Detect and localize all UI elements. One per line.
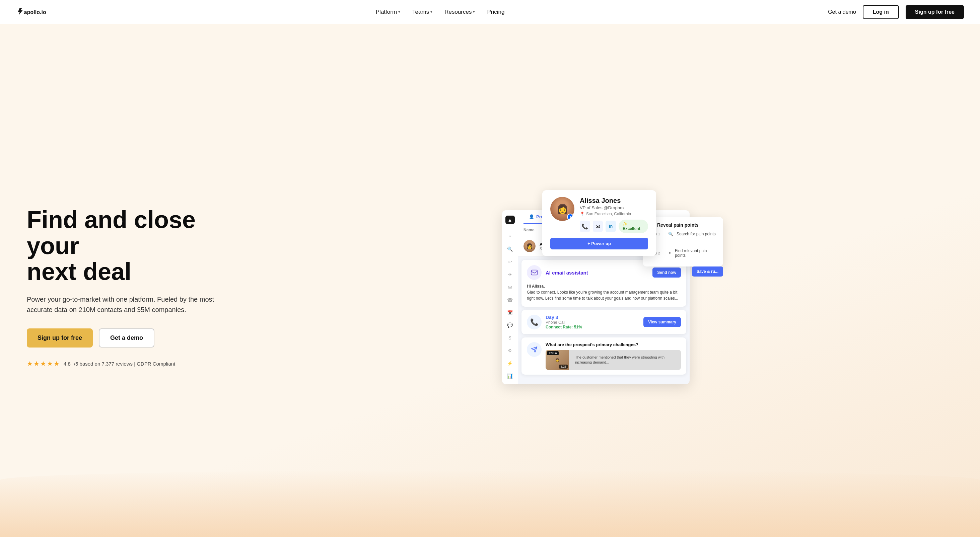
profile-action-buttons: 📞 ✉ in ✨ Excellent [580,219,648,233]
step2-action: Find relevant pain points [675,248,716,258]
nav-resources[interactable]: Resources ▾ [444,9,475,15]
video-duration: 5:23 [559,365,568,369]
sidebar-calendar-icon[interactable]: 📅 [507,310,514,316]
profile-name: Alissa Jones [580,197,648,205]
phone-call-icon: 📞 [527,315,542,329]
sidebar-search-icon[interactable]: 🔍 [507,246,514,252]
linkedin-action-icon[interactable]: in [606,221,616,232]
video-thumbnail[interactable]: 👩 5:23 22min The customer mentioned that… [546,350,681,370]
sidebar-send-icon[interactable]: ✈ [507,272,514,278]
hero-rating: ★★★★★ 4.8 /5 based on 7,377 reviews | GD… [27,359,255,368]
nav-actions: Get a demo Log in Sign up for free [828,5,964,19]
svg-text:apollo.io: apollo.io [24,9,46,15]
video-image: 👩 5:23 22min [546,350,569,370]
email-card-title: AI email assistant [546,270,588,275]
pain-step-2: Step 2 ✦ Find relevant pain points [649,248,716,258]
wave-decoration [0,470,980,537]
star-icons: ★★★★★ [27,359,60,368]
sidebar-lightning-icon[interactable]: ⚡ [507,360,514,366]
phone-info: Day 3 Phone Call Connect Rate: 51% [546,315,640,329]
ai-question-card: What are the prospect's primary challeng… [522,337,686,375]
rating-text: /5 based on 7,377 reviews | GDPR Complia… [74,361,175,367]
email-body: Hi Alissa, Glad to connect. Looks like y… [527,283,681,301]
sidebar-home-icon[interactable]: ⌂ [507,234,514,239]
excellent-badge: ✨ Excellent [619,219,648,233]
nav-teams[interactable]: Teams ▾ [412,9,433,15]
phone-call-card: 📞 Day 3 Phone Call Connect Rate: 51% Vie… [522,310,686,334]
ai-question-text: What are the prospect's primary challeng… [546,342,681,347]
logo[interactable]: apollo.io [16,6,52,18]
pain-step-1: Step 1 🔍 Search for pain points [649,232,716,236]
prospect-avatar: 👩 [523,240,536,252]
signup-hero-button[interactable]: Sign up for free [27,329,93,348]
profile-header: 👩 ✦ Alissa Jones VP of Sales @Dropbox 📍 … [550,197,648,233]
dropbox-badge: ✦ [567,214,574,220]
sidebar-logo: ▲ [505,216,515,224]
email-assistant-card: AI email assistant Send now Hi Alissa, G… [522,260,686,307]
hero-title: Find and close your next deal [27,207,255,285]
sidebar-settings-icon[interactable]: ⚙ [507,348,514,354]
profile-details: Alissa Jones VP of Sales @Dropbox 📍 San … [580,197,648,233]
nav-platform[interactable]: Platform ▾ [376,9,400,15]
sidebar-phone-icon[interactable]: ☎ [507,297,514,303]
profile-job-title: VP of Sales @Dropbox [580,205,648,210]
teams-chevron-icon: ▾ [430,10,433,14]
save-run-button[interactable]: Save & ru... [692,267,723,276]
view-summary-button[interactable]: View summary [643,317,681,327]
hero-mockup: ▲ ⌂ 🔍 ↩ ✈ ✉ ☎ 📅 💬 $ ⚙ ⚡ 📊 [255,190,964,384]
navigation: apollo.io Platform ▾ Teams ▾ Resources ▾… [0,0,980,24]
profile-card: 👩 ✦ Alissa Jones VP of Sales @Dropbox 📍 … [542,190,656,256]
hero-section: Find and close your next deal Power your… [0,24,980,537]
sidebar-chat-icon[interactable]: 💬 [507,322,514,328]
signup-nav-button[interactable]: Sign up for free [906,5,964,19]
phone-rate: Connect Rate: 51% [546,325,640,329]
send-now-button[interactable]: Send now [652,267,681,278]
sidebar-dollar-icon[interactable]: $ [507,335,514,341]
ai-content: What are the prospect's primary challeng… [546,342,681,370]
email-assistant-icon [527,265,542,280]
demo-hero-button[interactable]: Get a demo [99,329,154,348]
hero-subtitle: Power your go-to-market with one platfor… [27,294,214,315]
hero-content: Find and close your next deal Power your… [27,207,255,368]
resources-chevron-icon: ▾ [473,10,475,14]
call-action-icon[interactable]: 📞 [580,221,590,232]
profile-photo: 👩 ✦ [550,197,574,221]
nav-links: Platform ▾ Teams ▾ Resources ▾ Pricing [376,9,505,15]
ai-send-icon [527,342,542,357]
sidebar-email-icon[interactable]: ✉ [507,284,514,290]
svg-rect-1 [531,270,537,275]
login-button[interactable]: Log in [863,5,899,19]
hero-ctas: Sign up for free Get a demo [27,329,255,348]
sidebar-chart-icon[interactable]: 📊 [507,373,514,379]
step1-icon: 🔍 [668,232,673,236]
rating-value: 4.8 [64,361,71,367]
phone-day: Day 3 [546,315,640,320]
app-sidebar: ▲ ⌂ 🔍 ↩ ✈ ✉ ☎ 📅 💬 $ ⚙ ⚡ 📊 [502,210,518,384]
pain-card-title: 🔵 Reveal pain points [649,222,716,228]
get-demo-link[interactable]: Get a demo [828,9,856,15]
video-text: The customer mentioned that they were st… [573,354,681,367]
phone-type: Phone Call [546,320,640,325]
logo-svg: apollo.io [16,6,52,18]
step2-icon: ✦ [668,251,671,256]
nav-pricing[interactable]: Pricing [487,9,504,15]
email-card-header: AI email assistant Send now [527,265,681,280]
step1-action: Search for pain points [676,232,716,236]
profile-location: 📍 San Francisco, California [580,211,648,216]
power-up-button[interactable]: + Power up [550,238,648,249]
video-badge: 22min [547,351,558,355]
email-action-icon[interactable]: ✉ [593,221,603,232]
sidebar-reply-icon[interactable]: ↩ [507,259,514,265]
mockup-wrapper: ▲ ⌂ 🔍 ↩ ✈ ✉ ☎ 📅 💬 $ ⚙ ⚡ 📊 [502,190,716,384]
platform-chevron-icon: ▾ [398,10,400,14]
